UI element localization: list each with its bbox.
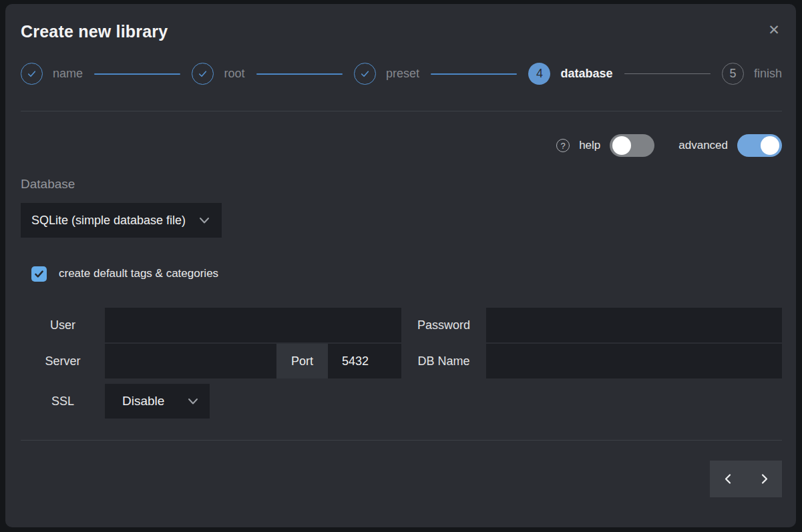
port-label: Port	[276, 344, 328, 378]
create-defaults-checkbox[interactable]	[31, 266, 47, 282]
nav-button-group	[710, 461, 782, 497]
ssl-value: Disable	[122, 394, 186, 409]
connection-form: User Password Server Port DB Name SSL Di…	[21, 308, 782, 419]
ssl-label: SSL	[21, 384, 105, 419]
stepper-connector	[431, 73, 517, 75]
next-button[interactable]	[746, 461, 782, 497]
default-tags-row: create default tags & categories	[21, 266, 782, 282]
toggle-knob	[612, 136, 631, 155]
close-icon[interactable]: ✕	[767, 23, 781, 37]
database-type-value: SQLite (simple database file)	[31, 214, 197, 228]
chevron-left-icon	[723, 473, 734, 485]
server-port-group: Port	[105, 344, 401, 378]
dbname-input[interactable]	[486, 344, 782, 378]
top-divider	[21, 111, 782, 111]
stepper-connector	[94, 73, 180, 75]
step-number-badge: 5	[722, 63, 744, 85]
bottom-divider	[21, 440, 782, 441]
check-circle-icon	[21, 63, 43, 85]
step-label: preset	[386, 67, 419, 81]
create-library-dialog: Create new library ✕ name root preset 4 …	[5, 4, 796, 527]
port-input[interactable]	[328, 344, 401, 378]
password-input[interactable]	[486, 308, 782, 342]
server-input[interactable]	[105, 344, 276, 378]
back-button[interactable]	[710, 461, 746, 497]
step-finish[interactable]: 5 finish	[722, 63, 782, 85]
wizard-nav	[21, 461, 782, 497]
options-toolbar: ? help advanced	[21, 134, 782, 157]
help-toggle-label: help	[579, 139, 600, 152]
user-input[interactable]	[105, 308, 401, 342]
wizard-stepper: name root preset 4 database 5 finish	[21, 63, 782, 85]
stepper-connector	[256, 73, 343, 75]
step-label: database	[560, 67, 612, 81]
database-type-select[interactable]: SQLite (simple database file)	[21, 203, 222, 238]
step-root[interactable]: root	[192, 63, 244, 85]
toggle-knob	[761, 136, 779, 155]
help-toggle[interactable]	[610, 134, 654, 157]
database-section-label: Database	[21, 177, 782, 192]
step-number-badge: 4	[528, 63, 550, 85]
chevron-down-icon	[197, 213, 212, 228]
step-label: name	[53, 67, 83, 81]
step-database[interactable]: 4 database	[528, 63, 612, 85]
ssl-select[interactable]: Disable	[105, 384, 210, 419]
create-defaults-label: create default tags & categories	[59, 267, 218, 280]
step-preset[interactable]: preset	[354, 63, 419, 85]
advanced-toggle-label: advanced	[678, 139, 728, 152]
help-question-icon: ?	[556, 139, 570, 152]
user-label: User	[21, 308, 105, 342]
step-name[interactable]: name	[21, 63, 83, 85]
dialog-title: Create new library	[21, 22, 782, 41]
dbname-label: DB Name	[401, 344, 486, 378]
check-icon	[33, 268, 45, 280]
check-circle-icon	[192, 63, 214, 85]
step-label: root	[224, 67, 244, 81]
advanced-toggle[interactable]	[737, 134, 782, 157]
check-circle-icon	[354, 63, 376, 85]
chevron-right-icon	[759, 473, 770, 485]
stepper-connector	[624, 73, 711, 75]
password-label: Password	[401, 308, 486, 342]
step-label: finish	[754, 67, 782, 81]
chevron-down-icon	[186, 394, 200, 409]
server-label: Server	[21, 344, 105, 378]
